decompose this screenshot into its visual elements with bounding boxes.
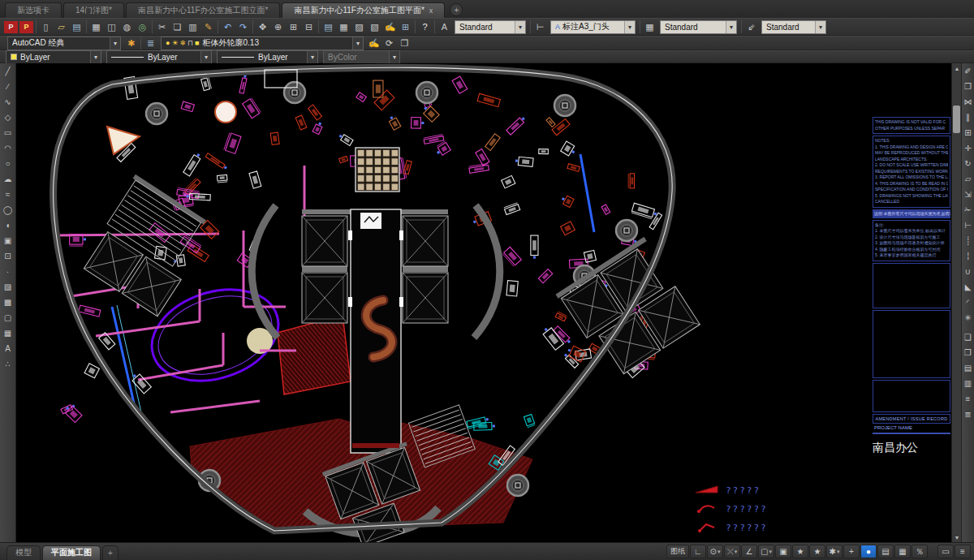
pan-icon[interactable]: ✥ xyxy=(255,19,270,34)
close-tab-icon[interactable]: x xyxy=(429,6,433,15)
undo-icon[interactable]: ↶ xyxy=(220,19,235,34)
polyline-tool[interactable]: ∿ xyxy=(0,94,15,110)
polar-tracking-icon[interactable]: ⊙▾ xyxy=(707,545,723,558)
text-to-front-tool[interactable]: ≡ xyxy=(962,391,974,407)
paper-space-button[interactable]: 图纸 xyxy=(666,545,689,558)
table-style-icon[interactable]: ▦ xyxy=(642,19,657,34)
lineweight-select-caret-icon[interactable]: ▾ xyxy=(307,51,317,63)
point-tool[interactable]: ∙ xyxy=(0,264,15,279)
file-tab-3[interactable]: 南昌新力中心11F办公室施工图平面*x xyxy=(282,2,445,18)
sun-icon[interactable]: ☀ xyxy=(171,40,178,47)
explode-tool[interactable]: ✳ xyxy=(962,310,974,325)
pdf-create-icon[interactable]: P xyxy=(19,21,33,33)
table-style-select[interactable]: Standard▾ xyxy=(660,20,737,34)
annotation-scale-icon[interactable]: ✱▾ xyxy=(826,545,843,558)
layer-select[interactable]: ●☀❄⊓■柜体外轮廓0.13▾ xyxy=(161,37,364,50)
scale-tool[interactable]: ▱ xyxy=(962,171,974,187)
offset-tool[interactable]: ∥ xyxy=(962,110,974,125)
workspace-gear-icon[interactable]: ✱ xyxy=(123,36,139,50)
dim-style-select[interactable]: A标注A3_门头▾ xyxy=(550,20,636,34)
ellipse-tool[interactable]: ◯ xyxy=(0,202,15,218)
osnap-icon-caret-icon[interactable]: ▾ xyxy=(735,549,738,555)
hatch-tool[interactable]: ▨ xyxy=(0,279,15,295)
text-style-icon[interactable]: A xyxy=(437,19,452,34)
bulb-icon[interactable]: ● xyxy=(166,40,170,47)
new-layout-button[interactable]: + xyxy=(102,545,119,560)
lineweight-select[interactable]: ByLayer▾ xyxy=(217,50,318,64)
insert-block-tool[interactable]: ▣ xyxy=(0,233,15,248)
new-file-icon[interactable]: ▯ xyxy=(38,19,54,34)
dim-style-icon[interactable]: ⊢ xyxy=(532,19,548,34)
otrack-icon[interactable]: ∠ xyxy=(741,545,757,558)
make-current-layer-icon[interactable]: ✍ xyxy=(366,36,381,50)
bring-to-front-tool[interactable]: ❑ xyxy=(962,330,974,345)
vertical-scrollbar[interactable]: ▲ ▼ xyxy=(951,63,961,542)
multileader-style-icon[interactable]: ⇙ xyxy=(743,19,759,34)
trim-tool[interactable]: ✁ xyxy=(962,202,974,218)
arc-tool[interactable]: ◠ xyxy=(0,140,15,156)
join-tool[interactable]: ∪ xyxy=(962,264,974,279)
paste-icon[interactable]: ▥ xyxy=(185,19,200,34)
isolate-objects-icon[interactable]: ● xyxy=(860,545,877,558)
send-under-tool[interactable]: ▥ xyxy=(962,376,974,391)
model-tab[interactable]: 模型 xyxy=(6,545,41,560)
cut-icon[interactable]: ✂ xyxy=(154,19,170,34)
osnap-icon[interactable]: ⤬▾ xyxy=(724,545,740,558)
plot-preview-icon[interactable]: ◫ xyxy=(104,19,119,34)
help-icon[interactable]: ? xyxy=(417,19,433,34)
multiline-text-tool[interactable]: A xyxy=(0,341,15,356)
send-to-back-tool[interactable]: ❒ xyxy=(962,345,974,360)
selection-cycling-icon[interactable]: ％ xyxy=(912,545,928,558)
layer-properties-icon[interactable]: ≣ xyxy=(143,36,158,50)
markup-icon[interactable]: ✍ xyxy=(382,19,398,34)
annotation-scale-icon-caret-icon[interactable]: ▾ xyxy=(837,549,840,555)
workspace-plus-icon[interactable]: + xyxy=(843,545,860,558)
extend-tool[interactable]: ⊢ xyxy=(962,218,974,233)
lock-icon[interactable]: ⊓ xyxy=(187,40,193,47)
layer-previous-icon[interactable]: ⟳ xyxy=(381,36,397,50)
line-tool[interactable]: ╱ xyxy=(0,63,15,79)
layout-tab-plan[interactable]: 平面施工图 xyxy=(42,545,101,560)
plot-icon[interactable]: ▦ xyxy=(88,19,104,34)
zoom-previous-icon[interactable]: ⊟ xyxy=(301,19,317,34)
mleader-style-select[interactable]: Standard▾ xyxy=(761,20,826,34)
circle-tool[interactable]: ○ xyxy=(0,156,15,171)
revision-cloud-tool[interactable]: ☁ xyxy=(0,171,15,187)
make-block-tool[interactable]: ⊡ xyxy=(0,248,15,264)
clean-screen-icon[interactable]: ▭ xyxy=(937,545,954,558)
hardware-acceleration-icon[interactable]: ▤ xyxy=(877,545,894,558)
polygon-tool[interactable]: ◇ xyxy=(0,110,15,125)
workspace-select-caret-icon[interactable]: ▾ xyxy=(110,37,120,50)
autoscale-icon[interactable]: ★ xyxy=(809,545,825,558)
color-select[interactable]: ByLayer▾ xyxy=(6,50,101,64)
table-style-select-caret-icon[interactable]: ▾ xyxy=(726,21,736,33)
array-tool[interactable]: ⊞ xyxy=(962,125,974,140)
fillet-tool[interactable]: ◜ xyxy=(962,295,974,310)
match-properties-icon[interactable]: ✎ xyxy=(200,19,216,34)
rectangle-tool[interactable]: ▭ xyxy=(0,125,15,140)
dynamic-ucs-icon-caret-icon[interactable]: ▾ xyxy=(769,549,772,555)
mirror-tool[interactable]: ⋈ xyxy=(962,94,974,110)
properties-icon[interactable]: ▤ xyxy=(321,19,336,34)
rotate-tool[interactable]: ↻ xyxy=(962,156,974,171)
freeze-icon[interactable]: ❄ xyxy=(180,40,187,47)
break-at-point-tool[interactable]: ┊ xyxy=(962,233,974,248)
quickcalc-icon[interactable]: ⊞ xyxy=(398,19,413,34)
ellipse-arc-tool[interactable]: ◖ xyxy=(0,218,15,233)
chamfer-tool[interactable]: ◣ xyxy=(962,279,974,295)
scroll-down-icon[interactable]: ▼ xyxy=(952,532,962,542)
construction-line-tool[interactable]: ∕ xyxy=(0,79,15,94)
layer-color-swatch[interactable]: ■ xyxy=(195,40,199,47)
hatch-to-back-tool[interactable]: ≣ xyxy=(962,407,974,422)
workspace-select[interactable]: AutoCAD 经典▾ xyxy=(7,37,121,50)
customization-icon[interactable]: ≡ xyxy=(955,545,971,558)
new-file-tab-button[interactable]: + xyxy=(450,3,463,16)
file-tab-2[interactable]: 南昌新力中心11F办公室施工图立面* xyxy=(126,2,280,18)
polar-tracking-icon-caret-icon[interactable]: ▾ xyxy=(718,549,721,555)
scrollbar-thumb[interactable] xyxy=(953,106,960,133)
tool-palettes-icon[interactable]: ▨ xyxy=(351,19,367,34)
web-icon[interactable]: ◎ xyxy=(135,19,150,34)
region-tool[interactable]: ▢ xyxy=(0,310,15,325)
save-icon[interactable]: ▤ xyxy=(69,19,84,34)
mleader-style-select-caret-icon[interactable]: ▾ xyxy=(815,21,825,33)
